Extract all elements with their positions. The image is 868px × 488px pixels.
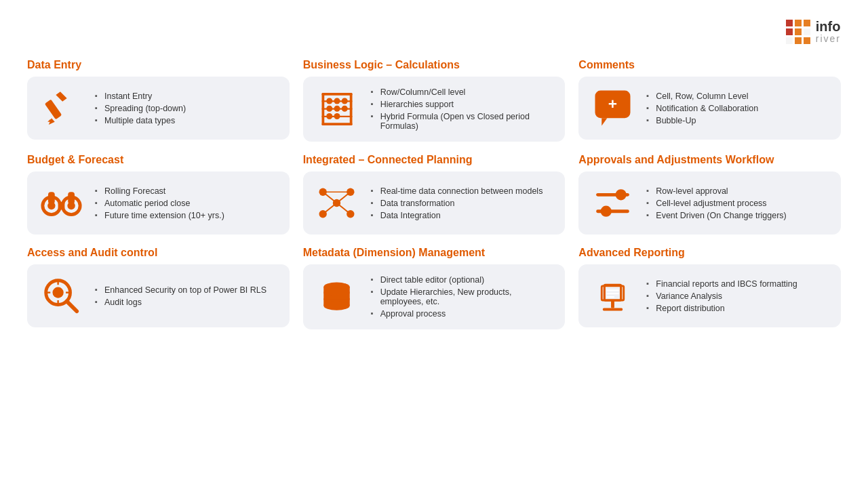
svg-point-54 <box>323 301 350 310</box>
svg-text:+: + <box>608 96 617 113</box>
section-access-audit: Access and Audit control Enhanced Securi… <box>27 247 290 329</box>
section-title-approvals-workflow: Approvals and Adjustments Workflow <box>578 154 841 166</box>
svg-point-26 <box>67 202 75 209</box>
svg-point-25 <box>47 202 55 209</box>
list-item: Enhanced Security on top of Power BI RLS <box>95 284 267 296</box>
list-item: Real-time data connection between models <box>371 185 543 197</box>
card-access-audit: Enhanced Security on top of Power BI RLS… <box>27 264 290 327</box>
list-item: Future time extension (10+ yrs.) <box>95 209 224 222</box>
list-item: Row-level approval <box>646 185 786 197</box>
section-budget-forecast: Budget & Forecast Rolling ForecastAutoma… <box>27 154 290 235</box>
svg-rect-58 <box>603 308 623 311</box>
comment-icon: + <box>589 86 635 130</box>
svg-marker-18 <box>601 119 607 126</box>
svg-marker-1 <box>56 92 66 102</box>
bullets-comments: Cell, Row, Column LevelNotification & Co… <box>646 90 758 127</box>
section-integrated-planning: Integrated – Connected Planning Real-tim… <box>303 154 566 235</box>
bullets-approvals-workflow: Row-level approvalCell-level adjustment … <box>646 185 786 222</box>
section-data-entry: Data Entry Instant EntrySpreading (top-d… <box>27 59 290 142</box>
list-item: Data Integration <box>371 209 543 222</box>
section-advanced-reporting: Advanced Reporting Financial reports and… <box>578 247 841 329</box>
svg-line-33 <box>337 192 351 203</box>
card-approvals-workflow: Row-level approvalCell-level adjustment … <box>578 171 841 235</box>
section-title-integrated-planning: Integrated – Connected Planning <box>303 154 566 166</box>
svg-rect-55 <box>604 285 620 301</box>
list-item: Audit logs <box>95 296 267 308</box>
section-comments: Comments + Cell, Row, Column LevelNotifi… <box>578 59 841 142</box>
bullets-metadata-management: Direct table editor (optional)Update Hie… <box>371 274 555 320</box>
svg-point-12 <box>326 106 332 112</box>
svg-point-15 <box>326 113 332 119</box>
bullets-business-logic: Row/Column/Cell levelHierarchies support… <box>371 86 555 132</box>
header: info river <box>27 19 841 44</box>
list-item: Update Hierarchies, New products, employ… <box>371 286 555 308</box>
svg-line-32 <box>323 192 336 203</box>
section-title-data-entry: Data Entry <box>27 59 290 71</box>
svg-point-14 <box>341 106 347 112</box>
chart-icon <box>589 274 635 318</box>
card-budget-forecast: Rolling ForecastAutomatic period closeFu… <box>27 171 290 235</box>
bullets-access-audit: Enhanced Security on top of Power BI RLS… <box>95 284 267 308</box>
bullets-budget-forecast: Rolling ForecastAutomatic period closeFu… <box>95 185 224 222</box>
section-title-advanced-reporting: Advanced Reporting <box>578 247 841 259</box>
svg-rect-2 <box>321 93 352 96</box>
card-metadata-management: Direct table editor (optional)Update Hie… <box>303 264 566 329</box>
svg-point-42 <box>52 287 63 298</box>
list-item: Report distribution <box>646 302 797 314</box>
section-title-business-logic: Business Logic – Calculations <box>303 59 566 71</box>
list-item: Hybrid Formula (Open vs Closed period Fo… <box>371 110 555 132</box>
list-item: Approval process <box>371 308 555 320</box>
list-item: Hierarchies support <box>371 98 555 110</box>
svg-rect-3 <box>321 123 352 126</box>
section-business-logic: Business Logic – Calculations Row/Column… <box>303 59 566 142</box>
section-title-access-audit: Access and Audit control <box>27 247 290 259</box>
list-item: Multiple data types <box>95 115 186 127</box>
svg-point-10 <box>334 98 340 104</box>
sliders-icon <box>589 181 635 225</box>
card-advanced-reporting: Financial reports and IBCS formattingVar… <box>578 264 841 327</box>
svg-line-35 <box>337 203 351 214</box>
list-item: Automatic period close <box>95 197 224 209</box>
list-item: Cell-level adjustment process <box>646 197 786 209</box>
list-item: Direct table editor (optional) <box>371 274 555 286</box>
svg-point-13 <box>334 106 340 112</box>
bullets-data-entry: Instant EntrySpreading (top-down)Multipl… <box>95 90 186 127</box>
list-item: Row/Column/Cell level <box>371 86 555 98</box>
card-integrated-planning: Real-time data connection between models… <box>303 171 566 235</box>
logo-grid <box>786 20 810 44</box>
network-icon <box>314 181 360 225</box>
list-item: Data transformation <box>371 197 543 209</box>
list-item: Bubble-Up <box>646 115 758 127</box>
list-item: Financial reports and IBCS formatting <box>646 278 797 290</box>
binoculars-icon <box>38 181 84 225</box>
svg-rect-0 <box>44 100 62 120</box>
list-item: Event Driven (On Change triggers) <box>646 209 786 222</box>
svg-point-16 <box>334 113 340 119</box>
svg-line-43 <box>66 302 77 312</box>
sections-grid: Data Entry Instant EntrySpreading (top-d… <box>27 59 841 329</box>
list-item: Cell, Row, Column Level <box>646 90 758 102</box>
logo: info river <box>786 19 841 44</box>
section-title-budget-forecast: Budget & Forecast <box>27 154 290 166</box>
section-title-metadata-management: Metadata (Dimension) Management <box>303 247 566 259</box>
list-item: Notification & Collaboration <box>646 102 758 115</box>
svg-point-39 <box>615 190 626 201</box>
bullets-integrated-planning: Real-time data connection between models… <box>371 185 543 222</box>
svg-line-34 <box>323 203 336 214</box>
section-metadata-management: Metadata (Dimension) Management Direct t… <box>303 247 566 329</box>
pen-icon <box>38 86 84 130</box>
svg-point-40 <box>600 206 611 217</box>
section-approvals-workflow: Approvals and Adjustments Workflow Row-l… <box>578 154 841 235</box>
page: info river Data Entry Instant EntrySprea… <box>0 0 868 343</box>
logo-subtext: river <box>816 34 841 44</box>
audit-icon <box>38 274 84 318</box>
svg-point-9 <box>326 98 332 104</box>
svg-rect-22 <box>58 202 64 209</box>
card-business-logic: Row/Column/Cell levelHierarchies support… <box>303 77 566 142</box>
abacus-icon <box>314 89 360 129</box>
section-title-comments: Comments <box>578 59 841 71</box>
list-item: Instant Entry <box>95 90 186 102</box>
svg-rect-57 <box>611 300 614 308</box>
bullets-advanced-reporting: Financial reports and IBCS formattingVar… <box>646 278 797 314</box>
card-data-entry: Instant EntrySpreading (top-down)Multipl… <box>27 77 290 140</box>
